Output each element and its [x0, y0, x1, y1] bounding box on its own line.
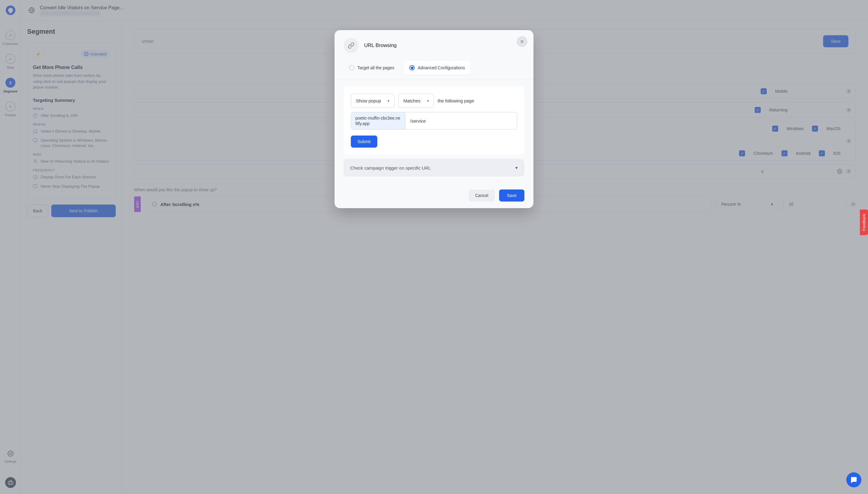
- chat-icon: [850, 476, 858, 484]
- close-icon: [520, 39, 524, 44]
- chevron-down-icon: ▾: [388, 99, 389, 103]
- radio-on-icon: [409, 65, 415, 71]
- url-browsing-modal: URL Browsing Target all the pages Advanc…: [335, 30, 533, 208]
- url-path-input[interactable]: [405, 112, 517, 129]
- tab-target-all[interactable]: Target all the pages: [344, 61, 400, 75]
- chevron-down-icon: ▾: [515, 165, 518, 170]
- close-button[interactable]: [517, 36, 528, 47]
- modal-save-button[interactable]: Save: [499, 189, 524, 202]
- matches-select[interactable]: Matches ▾: [398, 94, 434, 108]
- modal-overlay[interactable]: URL Browsing Target all the pages Advanc…: [0, 0, 868, 494]
- show-popup-select[interactable]: Show popup ▾: [351, 94, 394, 108]
- intercom-button[interactable]: [846, 472, 861, 487]
- chevron-down-icon: ▾: [427, 99, 429, 103]
- link-icon: [344, 38, 359, 53]
- config-card: Show popup ▾ Matches ▾ the following pag…: [344, 87, 524, 155]
- submit-button[interactable]: Submit: [351, 136, 377, 148]
- cancel-button[interactable]: Cancel: [468, 189, 495, 202]
- feedback-tab[interactable]: Feedback: [860, 209, 868, 235]
- url-domain-prefix: poetic-muffin-cbc3ee.netlify.app: [351, 112, 405, 129]
- check-trigger-row[interactable]: Check campaign trigger on specific URL ▾: [344, 159, 524, 176]
- modal-title: URL Browsing: [364, 42, 396, 49]
- radio-off-icon: [349, 65, 354, 71]
- tab-advanced[interactable]: Advanced Configurations: [404, 61, 470, 75]
- url-input-row: poetic-muffin-cbc3ee.netlify.app: [351, 112, 517, 130]
- following-text: the following page: [438, 98, 474, 103]
